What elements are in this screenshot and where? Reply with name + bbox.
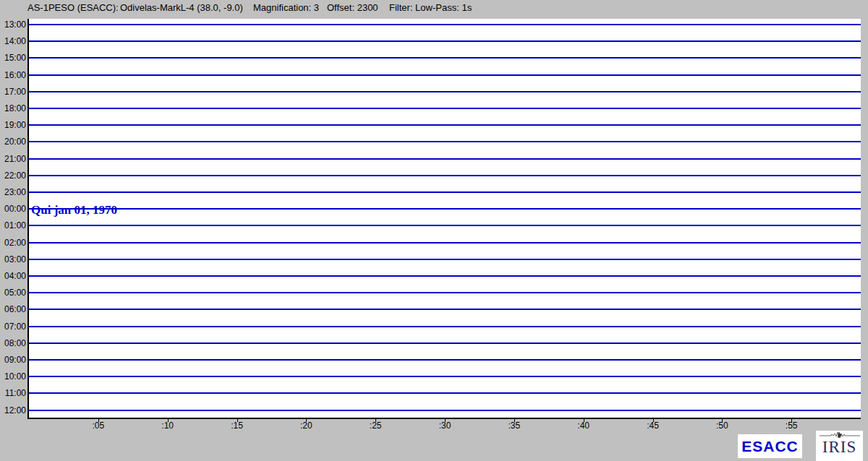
minute-label: :15 bbox=[219, 421, 255, 431]
hour-label: 01:00 bbox=[0, 220, 26, 231]
trace-line bbox=[29, 108, 861, 109]
hour-label: 12:00 bbox=[0, 405, 26, 415]
trace-line bbox=[29, 158, 861, 160]
hour-label: 20:00 bbox=[0, 137, 26, 147]
minute-label: :30 bbox=[427, 421, 463, 431]
trace-line bbox=[29, 275, 861, 277]
amaseis-helicorder-window: { "header": { "station": "AS-1PESO (ESAC… bbox=[0, 0, 868, 461]
minute-label: :40 bbox=[566, 421, 602, 431]
minute-label: :20 bbox=[288, 421, 324, 431]
hour-label: 18:00 bbox=[0, 103, 26, 113]
trace-line bbox=[29, 242, 861, 244]
date-annotation: Qui jan 01, 1970 bbox=[31, 203, 117, 217]
hour-label: 06:00 bbox=[0, 304, 26, 314]
hour-label: 00:00 bbox=[0, 204, 26, 214]
hour-label: 10:00 bbox=[0, 371, 26, 382]
hour-label: 15:00 bbox=[0, 53, 26, 63]
iris-logo: IRIS bbox=[816, 431, 863, 461]
trace-line bbox=[29, 57, 861, 59]
minute-label: :55 bbox=[773, 421, 809, 431]
minute-label: :10 bbox=[150, 421, 186, 431]
trace-line bbox=[29, 410, 861, 411]
trace-line bbox=[29, 292, 861, 293]
helicorder-plot-area[interactable] bbox=[27, 19, 861, 419]
trace-line bbox=[29, 392, 861, 394]
trace-line bbox=[29, 359, 861, 361]
trace-line bbox=[29, 141, 861, 142]
trace-line bbox=[29, 309, 861, 310]
header-offset-label: Offset: 2300 bbox=[327, 2, 378, 13]
minute-label: :05 bbox=[80, 421, 116, 431]
minute-label: :50 bbox=[704, 421, 740, 431]
trace-line bbox=[29, 376, 861, 377]
trace-line bbox=[29, 124, 861, 126]
trace-line bbox=[29, 225, 861, 226]
hour-label: 22:00 bbox=[0, 171, 26, 181]
hour-label: 16:00 bbox=[0, 70, 26, 80]
hour-label: 14:00 bbox=[0, 36, 26, 46]
hour-label: 23:00 bbox=[0, 187, 26, 197]
trace-line bbox=[29, 40, 861, 42]
esacc-logo-text: ESACC bbox=[741, 438, 799, 454]
minute-label: :25 bbox=[357, 421, 393, 431]
hour-label: 19:00 bbox=[0, 120, 26, 130]
esacc-logo: ESACC bbox=[738, 434, 802, 458]
minute-label: :45 bbox=[635, 421, 671, 431]
hour-label: 04:00 bbox=[0, 271, 26, 281]
header-sensor-label: Odivelas-MarkL-4 (38.0, -9.0) bbox=[120, 2, 243, 13]
trace-line bbox=[29, 191, 861, 193]
trace-line bbox=[29, 91, 861, 92]
header-magnification-label: Magnification: 3 bbox=[253, 2, 319, 13]
hour-label: 02:00 bbox=[0, 238, 26, 248]
hour-label: 07:00 bbox=[0, 322, 26, 332]
header-station-label: AS-1PESO (ESACC): bbox=[27, 2, 119, 13]
hour-label: 17:00 bbox=[0, 87, 26, 97]
hour-label: 09:00 bbox=[0, 355, 26, 365]
trace-line bbox=[29, 259, 861, 260]
trace-line bbox=[29, 74, 861, 76]
trace-line bbox=[29, 208, 861, 210]
trace-line bbox=[29, 326, 861, 327]
hour-label: 05:00 bbox=[0, 288, 26, 298]
trace-line bbox=[29, 24, 861, 25]
minute-label: :35 bbox=[496, 421, 532, 431]
hour-label: 11:00 bbox=[0, 388, 26, 398]
hour-label: 03:00 bbox=[0, 254, 26, 264]
hour-label: 13:00 bbox=[0, 20, 26, 30]
header-filter-label: Filter: Low-Pass: 1s bbox=[389, 2, 472, 13]
iris-logo-text: IRIS bbox=[816, 439, 863, 455]
trace-line bbox=[29, 175, 861, 176]
trace-line bbox=[29, 342, 861, 344]
hour-label: 21:00 bbox=[0, 154, 26, 164]
hour-label: 08:00 bbox=[0, 338, 26, 348]
